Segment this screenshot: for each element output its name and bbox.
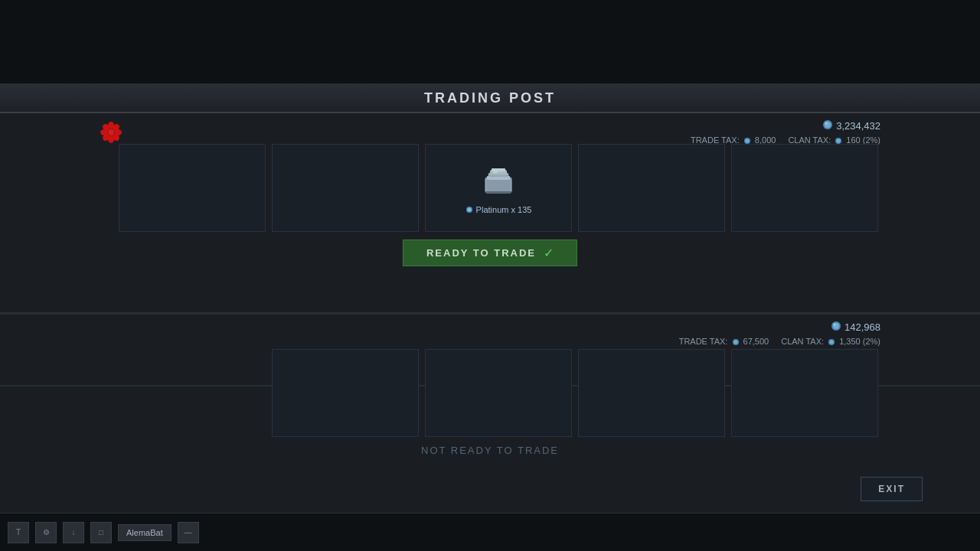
svg-point-27 bbox=[834, 323, 836, 325]
top-slot-2 bbox=[272, 144, 419, 232]
exit-label: EXIT bbox=[878, 484, 905, 494]
ready-to-trade-button[interactable]: READY TO TRADE ✓ bbox=[403, 240, 577, 266]
top-bar bbox=[0, 0, 980, 84]
svg-rect-20 bbox=[492, 168, 505, 171]
clan-tax-label-bottom: CLAN TAX: 1,350 (2%) bbox=[781, 337, 880, 346]
bottom-slot-2 bbox=[425, 349, 572, 437]
platinum-slot-label: Platinum x 135 bbox=[466, 205, 532, 214]
check-icon: ✓ bbox=[544, 246, 554, 260]
status-icon-square[interactable]: □ bbox=[90, 522, 112, 543]
plat-icon-bottom bbox=[831, 321, 841, 334]
svg-rect-21 bbox=[493, 171, 498, 173]
bottom-slot-4 bbox=[731, 349, 878, 437]
top-player-section: 3,234,432 TRADE TAX: 8,000 CLAN TAX: 160… bbox=[0, 113, 980, 315]
bottom-slot-1 bbox=[272, 349, 419, 437]
ready-to-trade-label: READY TO TRADE bbox=[426, 247, 536, 259]
top-slot-5 bbox=[731, 144, 878, 232]
svg-rect-22 bbox=[485, 191, 511, 193]
status-icon-download[interactable]: ↓ bbox=[63, 522, 84, 543]
status-bar-icons: T ⚙ ↓ □ AlemaBat — bbox=[8, 522, 199, 543]
exit-button[interactable]: EXIT bbox=[861, 477, 923, 501]
platinum-item-icon bbox=[479, 162, 518, 201]
top-trade-slots: Platinum x 135 bbox=[119, 144, 880, 232]
trading-post-title: TRADING POST bbox=[424, 90, 556, 106]
svg-point-29 bbox=[733, 340, 737, 344]
trading-post-header: TRADING POST bbox=[0, 84, 980, 113]
bottom-tax-info: 142,968 TRADE TAX: 67,500 CLAN TAX: 1,35… bbox=[679, 321, 880, 346]
top-slot-3[interactable]: Platinum x 135 bbox=[425, 144, 572, 232]
bottom-platinum-count: 142,968 bbox=[679, 321, 880, 334]
svg-point-31 bbox=[830, 340, 834, 344]
plat-icon-top bbox=[822, 119, 833, 132]
not-ready-label: NOT READY TO TRADE bbox=[421, 445, 559, 456]
bottom-tax-row: TRADE TAX: 67,500 CLAN TAX: 1,350 (2%) bbox=[679, 337, 880, 346]
trade-tax-label-bottom: TRADE TAX: 67,500 bbox=[679, 337, 769, 346]
bottom-platinum-value: 142,968 bbox=[844, 321, 880, 333]
status-icon-extra[interactable]: — bbox=[178, 522, 199, 543]
main-content: 3,234,432 TRADE TAX: 8,000 CLAN TAX: 160… bbox=[0, 113, 980, 513]
top-platinum-count: 3,234,432 bbox=[691, 119, 880, 132]
top-slot-1 bbox=[119, 144, 266, 232]
svg-point-15 bbox=[837, 139, 841, 143]
svg-point-13 bbox=[745, 139, 749, 143]
bottom-slot-3 bbox=[578, 349, 725, 437]
top-slot-4 bbox=[578, 144, 725, 232]
player-name-badge[interactable]: AlemaBat bbox=[118, 524, 172, 541]
status-bar: T ⚙ ↓ □ AlemaBat — bbox=[0, 513, 980, 551]
status-icon-settings[interactable]: ⚙ bbox=[35, 522, 57, 543]
bottom-trade-slots bbox=[272, 349, 880, 437]
top-tax-info: 3,234,432 TRADE TAX: 8,000 CLAN TAX: 160… bbox=[691, 119, 880, 145]
svg-point-0 bbox=[108, 129, 114, 135]
bottom-player-section: 142,968 TRADE TAX: 67,500 CLAN TAX: 1,35… bbox=[0, 315, 980, 514]
status-icon-t[interactable]: T bbox=[8, 522, 29, 543]
top-platinum-value: 3,234,432 bbox=[836, 120, 880, 132]
svg-point-24 bbox=[467, 207, 471, 211]
svg-point-11 bbox=[825, 122, 828, 125]
